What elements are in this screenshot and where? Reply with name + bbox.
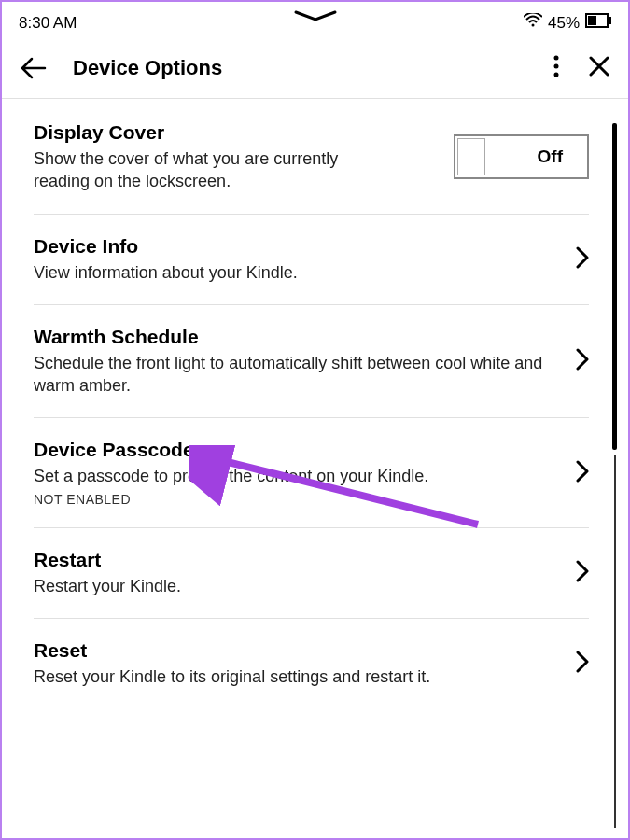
back-arrow-icon[interactable] — [21, 57, 47, 79]
item-device-info[interactable]: Device Info View information about your … — [34, 215, 589, 305]
item-desc: Set a passcode to protect the content on… — [34, 465, 565, 487]
close-icon[interactable] — [589, 56, 609, 80]
content-area: Display Cover Show the cover of what you… — [2, 99, 628, 708]
status-bar: 8:30 AM 45% — [2, 2, 628, 40]
svg-rect-2 — [588, 16, 596, 25]
svg-point-4 — [554, 56, 559, 61]
item-desc: Reset your Kindle to its original settin… — [34, 665, 565, 688]
svg-rect-3 — [609, 17, 611, 24]
display-cover-toggle[interactable]: Off — [454, 134, 589, 179]
battery-percent: 45% — [548, 14, 580, 33]
notch-indicator — [294, 9, 337, 28]
chevron-right-icon — [576, 246, 589, 273]
status-time: 8:30 AM — [19, 14, 77, 33]
item-title: Warmth Schedule — [34, 326, 565, 348]
svg-point-5 — [554, 64, 559, 69]
item-title: Device Info — [34, 235, 565, 258]
page-title: Device Options — [73, 56, 553, 80]
chevron-right-icon — [576, 651, 589, 677]
svg-point-0 — [531, 24, 534, 27]
item-device-passcode[interactable]: Device Passcode Set a passcode to protec… — [34, 418, 589, 527]
scrollbar-track — [614, 455, 616, 828]
chevron-right-icon — [576, 560, 589, 586]
item-desc: View information about your Kindle. — [34, 261, 565, 284]
item-title: Restart — [34, 549, 565, 571]
item-status: NOT ENABLED — [34, 492, 565, 507]
svg-point-6 — [554, 73, 559, 77]
item-desc: Show the cover of what you are currently… — [34, 147, 370, 193]
item-reset[interactable]: Reset Reset your Kindle to its original … — [34, 619, 589, 708]
item-warmth-schedule[interactable]: Warmth Schedule Schedule the front light… — [34, 305, 589, 419]
item-title: Reset — [34, 639, 565, 662]
wifi-icon — [524, 13, 542, 33]
toggle-label: Off — [538, 147, 563, 167]
item-restart[interactable]: Restart Restart your Kindle. — [34, 528, 589, 619]
more-menu-icon[interactable] — [553, 55, 559, 81]
battery-icon — [585, 13, 611, 33]
item-title: Display Cover — [34, 121, 442, 144]
item-display-cover[interactable]: Display Cover Show the cover of what you… — [34, 99, 589, 215]
item-title: Device Passcode — [34, 439, 565, 461]
chevron-right-icon — [576, 460, 589, 486]
toggle-knob — [457, 138, 485, 175]
scrollbar-thumb[interactable] — [612, 123, 617, 450]
item-desc: Restart your Kindle. — [34, 575, 565, 597]
chevron-right-icon — [576, 348, 589, 374]
header-bar: Device Options — [2, 40, 628, 99]
item-desc: Schedule the front light to automaticall… — [34, 352, 565, 398]
